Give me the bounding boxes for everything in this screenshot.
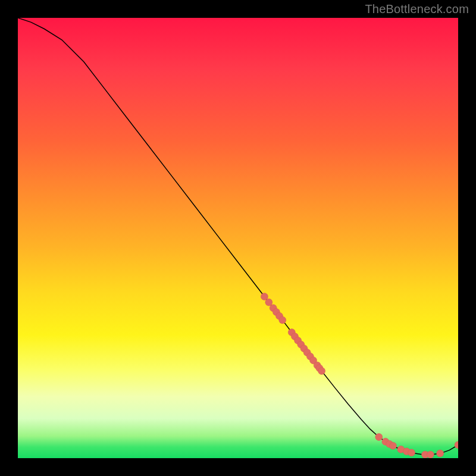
data-point xyxy=(279,317,286,324)
data-point xyxy=(389,442,396,449)
bottleneck-curve xyxy=(18,18,458,455)
data-point xyxy=(265,299,273,306)
data-point xyxy=(437,450,444,457)
chart-stage: TheBottleneck.com xyxy=(0,0,476,476)
data-point xyxy=(318,367,325,374)
data-point xyxy=(455,441,458,449)
plot-area xyxy=(18,18,458,458)
data-point xyxy=(408,449,415,456)
curve-svg xyxy=(18,18,458,458)
data-point xyxy=(375,433,383,440)
watermark-text: TheBottleneck.com xyxy=(365,2,469,16)
data-point xyxy=(261,293,268,300)
data-point xyxy=(427,451,434,458)
curve-points xyxy=(261,293,458,458)
